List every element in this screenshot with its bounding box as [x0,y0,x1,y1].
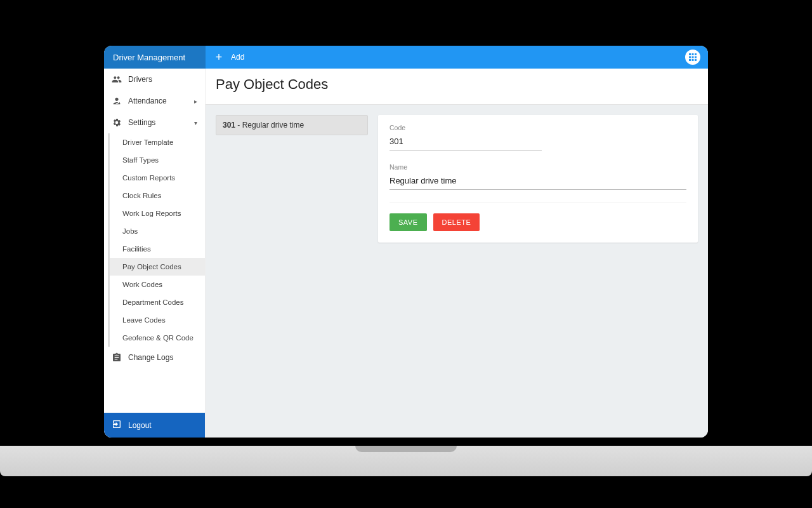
field-code: Code [390,124,686,150]
code-value: 301 [223,121,235,130]
logout-label: Logout [128,421,152,430]
chevron-right-icon: ▸ [194,98,197,105]
sidebar-item-label: Attendance [128,97,167,105]
code-name: Regular drive time [242,121,304,130]
sidebar-item-attendance[interactable]: Attendance ▸ [104,90,205,112]
logout-icon [112,419,122,431]
chevron-down-icon: ▾ [194,119,197,126]
sidebar-item-work-log-reports[interactable]: Work Log Reports [110,204,205,222]
sidebar-item-clock-rules[interactable]: Clock Rules [110,187,205,204]
page-title: Pay Object Codes [216,76,698,93]
page-header: Pay Object Codes [206,69,708,105]
sidebar-item-facilities[interactable]: Facilities [110,240,205,258]
content: 301 - Regular drive time Code Name [206,105,708,253]
sidebar-item-driver-template[interactable]: Driver Template [110,133,205,151]
svg-rect-0 [689,53,691,55]
sidebar-item-work-codes[interactable]: Work Codes [110,276,205,293]
divider [390,203,686,203]
sidebar-item-leave-codes[interactable]: Leave Codes [110,311,205,329]
body: Drivers Attendance ▸ Settings ▾ [104,69,708,438]
toolbar: + Add [206,46,708,69]
sidebar-item-label: Change Logs [128,353,173,362]
sidebar-spacer [104,368,205,413]
add-label: Add [231,53,244,62]
sidebar-item-department-codes[interactable]: Department Codes [110,293,205,311]
form-actions: Save Delete [390,213,686,231]
code-separator: - [235,121,242,130]
settings-subnav: Driver Template Staff Types Custom Repor… [108,133,205,347]
gear-icon [112,117,122,128]
sidebar-item-custom-reports[interactable]: Custom Reports [110,169,205,187]
sidebar-item-label: Drivers [128,75,152,84]
detail-form: Code Name Save Delete [378,115,698,243]
code-list-item[interactable]: 301 - Regular drive time [216,115,368,135]
svg-rect-5 [695,57,697,58]
svg-rect-1 [692,53,694,55]
svg-rect-2 [695,53,697,55]
main: Pay Object Codes 301 - Regular drive tim… [206,69,708,438]
sidebar-item-drivers[interactable]: Drivers [104,69,205,90]
code-list: 301 - Regular drive time [216,115,368,135]
app-root: Driver Management + Add [104,46,708,438]
sidebar-item-settings[interactable]: Settings ▾ [104,112,205,133]
sidebar-item-change-logs[interactable]: Change Logs [104,347,205,368]
name-label: Name [390,163,686,171]
sidebar-item-geofence-qr[interactable]: Geofence & QR Code [110,329,205,347]
svg-rect-6 [689,59,691,61]
topbar: Driver Management + Add [104,46,708,69]
apps-grid-button[interactable] [685,50,700,65]
svg-rect-4 [692,57,694,58]
name-input[interactable] [390,173,686,190]
apps-grid-icon [689,53,697,61]
field-name: Name [390,163,686,190]
sidebar-item-staff-types[interactable]: Staff Types [110,151,205,169]
plus-icon: + [213,51,225,64]
svg-rect-8 [695,59,697,61]
save-button[interactable]: Save [390,213,427,231]
code-label: Code [390,124,686,131]
delete-button[interactable]: Delete [433,213,480,231]
person-check-icon [112,96,122,106]
people-icon [112,74,122,84]
logout-button[interactable]: Logout [104,413,205,438]
sidebar-item-label: Settings [128,118,155,127]
svg-rect-3 [689,57,691,58]
add-button[interactable]: + Add [213,51,244,64]
clipboard-icon [112,352,122,363]
brand-title: Driver Management [104,46,206,69]
sidebar-item-pay-object-codes[interactable]: Pay Object Codes [110,258,205,276]
svg-rect-7 [692,59,694,61]
laptop-screen: Driver Management + Add [89,30,723,453]
sidebar-item-jobs[interactable]: Jobs [110,222,205,240]
code-input[interactable] [390,134,542,150]
laptop-notch [355,446,457,452]
sidebar: Drivers Attendance ▸ Settings ▾ [104,69,206,438]
